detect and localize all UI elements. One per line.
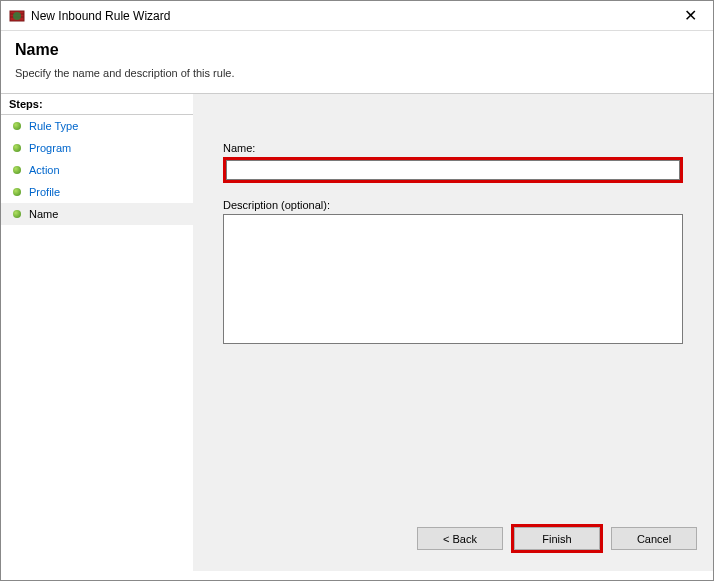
page-title: Name — [15, 41, 699, 59]
step-rule-type[interactable]: Rule Type — [1, 115, 193, 137]
steps-heading: Steps: — [1, 94, 193, 115]
firewall-icon — [9, 8, 25, 24]
steps-sidebar: Steps: Rule Type Program Action Profile … — [1, 93, 193, 571]
description-input[interactable] — [223, 214, 683, 344]
wizard-buttons: < Back Finish Cancel — [417, 524, 697, 553]
step-label: Program — [29, 142, 71, 154]
description-field-row: Description (optional): — [223, 199, 683, 348]
step-label: Rule Type — [29, 120, 78, 132]
step-label: Name — [29, 208, 58, 220]
step-profile[interactable]: Profile — [1, 181, 193, 203]
name-field-row: Name: — [223, 142, 683, 183]
step-label: Profile — [29, 186, 60, 198]
bullet-icon — [13, 166, 21, 174]
bullet-icon — [13, 144, 21, 152]
step-name[interactable]: Name — [1, 203, 193, 225]
name-label: Name: — [223, 142, 683, 154]
back-button[interactable]: < Back — [417, 527, 503, 550]
wizard-content: Steps: Rule Type Program Action Profile … — [1, 93, 713, 571]
step-program[interactable]: Program — [1, 137, 193, 159]
bullet-icon — [13, 122, 21, 130]
finish-button[interactable]: Finish — [514, 527, 600, 550]
name-input[interactable] — [226, 160, 680, 180]
main-panel: Name: Description (optional): < Back Fin… — [193, 93, 713, 571]
bullet-icon — [13, 210, 21, 218]
step-action[interactable]: Action — [1, 159, 193, 181]
finish-highlight: Finish — [511, 524, 603, 553]
close-button[interactable]: ✕ — [676, 8, 705, 24]
step-label: Action — [29, 164, 60, 176]
page-subtitle: Specify the name and description of this… — [15, 67, 699, 79]
titlebar: New Inbound Rule Wizard ✕ — [1, 1, 713, 31]
wizard-header: Name Specify the name and description of… — [1, 31, 713, 93]
cancel-button[interactable]: Cancel — [611, 527, 697, 550]
description-label: Description (optional): — [223, 199, 683, 211]
window-title: New Inbound Rule Wizard — [31, 9, 676, 23]
bullet-icon — [13, 188, 21, 196]
name-highlight — [223, 157, 683, 183]
svg-point-3 — [13, 12, 21, 20]
